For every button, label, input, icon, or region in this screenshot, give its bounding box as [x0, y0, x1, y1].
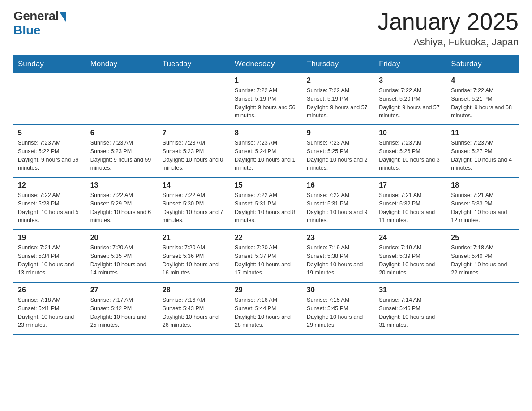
- calendar-day-cell: 20Sunrise: 7:20 AMSunset: 5:35 PMDayligh…: [86, 230, 158, 282]
- day-info: Sunrise: 7:23 AMSunset: 5:25 PMDaylight:…: [307, 139, 369, 172]
- page-header: General Blue January 2025 Ashiya, Fukuok…: [13, 9, 519, 48]
- calendar-empty-cell: [446, 282, 519, 334]
- day-number: 17: [379, 181, 442, 189]
- calendar-day-cell: 11Sunrise: 7:23 AMSunset: 5:27 PMDayligh…: [446, 125, 519, 177]
- calendar-day-cell: 31Sunrise: 7:14 AMSunset: 5:46 PMDayligh…: [374, 282, 446, 334]
- calendar-day-cell: 15Sunrise: 7:22 AMSunset: 5:31 PMDayligh…: [230, 177, 302, 230]
- day-number: 20: [90, 234, 153, 242]
- day-info: Sunrise: 7:23 AMSunset: 5:22 PMDaylight:…: [18, 139, 81, 172]
- logo-general-text: General: [13, 9, 59, 23]
- day-number: 29: [235, 286, 297, 294]
- calendar-day-cell: 25Sunrise: 7:18 AMSunset: 5:40 PMDayligh…: [446, 230, 519, 282]
- day-info: Sunrise: 7:15 AMSunset: 5:45 PMDaylight:…: [307, 296, 369, 330]
- day-info: Sunrise: 7:21 AMSunset: 5:32 PMDaylight:…: [379, 191, 442, 225]
- calendar-week-row: 26Sunrise: 7:18 AMSunset: 5:41 PMDayligh…: [13, 282, 519, 334]
- day-number: 27: [90, 286, 153, 294]
- calendar-day-cell: 26Sunrise: 7:18 AMSunset: 5:41 PMDayligh…: [13, 282, 86, 334]
- day-number: 7: [163, 129, 225, 137]
- logo-blue-text: Blue: [13, 23, 41, 38]
- day-number: 9: [307, 129, 369, 137]
- day-info: Sunrise: 7:23 AMSunset: 5:23 PMDaylight:…: [163, 139, 225, 172]
- day-number: 10: [379, 129, 442, 137]
- calendar-day-cell: 22Sunrise: 7:20 AMSunset: 5:37 PMDayligh…: [230, 230, 302, 282]
- weekday-header-friday: Friday: [374, 55, 446, 73]
- calendar-day-cell: 7Sunrise: 7:23 AMSunset: 5:23 PMDaylight…: [158, 125, 230, 177]
- day-info: Sunrise: 7:17 AMSunset: 5:42 PMDaylight:…: [90, 296, 153, 330]
- day-info: Sunrise: 7:22 AMSunset: 5:28 PMDaylight:…: [18, 191, 81, 225]
- calendar-day-cell: 12Sunrise: 7:22 AMSunset: 5:28 PMDayligh…: [13, 177, 86, 230]
- day-info: Sunrise: 7:23 AMSunset: 5:23 PMDaylight:…: [90, 139, 153, 172]
- day-number: 1: [235, 77, 297, 85]
- day-info: Sunrise: 7:22 AMSunset: 5:19 PMDaylight:…: [235, 86, 297, 120]
- day-number: 15: [235, 181, 297, 189]
- day-info: Sunrise: 7:21 AMSunset: 5:33 PMDaylight:…: [451, 191, 514, 225]
- day-number: 19: [18, 234, 81, 242]
- calendar-week-row: 19Sunrise: 7:21 AMSunset: 5:34 PMDayligh…: [13, 230, 519, 282]
- calendar-day-cell: 29Sunrise: 7:16 AMSunset: 5:44 PMDayligh…: [230, 282, 302, 334]
- calendar-day-cell: 16Sunrise: 7:22 AMSunset: 5:31 PMDayligh…: [302, 177, 374, 230]
- day-info: Sunrise: 7:23 AMSunset: 5:26 PMDaylight:…: [379, 139, 442, 172]
- day-number: 26: [18, 286, 81, 294]
- day-number: 5: [18, 129, 81, 137]
- day-info: Sunrise: 7:22 AMSunset: 5:29 PMDaylight:…: [90, 191, 153, 225]
- day-number: 23: [307, 234, 369, 242]
- calendar-day-cell: 2Sunrise: 7:22 AMSunset: 5:19 PMDaylight…: [302, 73, 374, 125]
- day-info: Sunrise: 7:16 AMSunset: 5:44 PMDaylight:…: [235, 296, 297, 330]
- calendar-day-cell: 1Sunrise: 7:22 AMSunset: 5:19 PMDaylight…: [230, 73, 302, 125]
- day-info: Sunrise: 7:14 AMSunset: 5:46 PMDaylight:…: [379, 296, 442, 330]
- day-info: Sunrise: 7:22 AMSunset: 5:21 PMDaylight:…: [451, 86, 514, 120]
- calendar-day-cell: 19Sunrise: 7:21 AMSunset: 5:34 PMDayligh…: [13, 230, 86, 282]
- day-number: 3: [379, 77, 442, 85]
- calendar-empty-cell: [86, 73, 158, 125]
- day-info: Sunrise: 7:19 AMSunset: 5:39 PMDaylight:…: [379, 244, 442, 277]
- calendar-day-cell: 13Sunrise: 7:22 AMSunset: 5:29 PMDayligh…: [86, 177, 158, 230]
- day-info: Sunrise: 7:20 AMSunset: 5:37 PMDaylight:…: [235, 244, 297, 277]
- calendar-day-cell: 27Sunrise: 7:17 AMSunset: 5:42 PMDayligh…: [86, 282, 158, 334]
- day-info: Sunrise: 7:18 AMSunset: 5:41 PMDaylight:…: [18, 296, 81, 330]
- calendar-table: SundayMondayTuesdayWednesdayThursdayFrid…: [13, 55, 519, 335]
- day-number: 24: [379, 234, 442, 242]
- calendar-week-row: 12Sunrise: 7:22 AMSunset: 5:28 PMDayligh…: [13, 177, 519, 230]
- calendar-day-cell: 3Sunrise: 7:22 AMSunset: 5:20 PMDaylight…: [374, 73, 446, 125]
- day-info: Sunrise: 7:16 AMSunset: 5:43 PMDaylight:…: [163, 296, 225, 330]
- logo: General Blue: [13, 9, 66, 38]
- day-number: 22: [235, 234, 297, 242]
- day-number: 6: [90, 129, 153, 137]
- calendar-location: Ashiya, Fukuoka, Japan: [378, 36, 519, 48]
- calendar-day-cell: 21Sunrise: 7:20 AMSunset: 5:36 PMDayligh…: [158, 230, 230, 282]
- calendar-day-cell: 10Sunrise: 7:23 AMSunset: 5:26 PMDayligh…: [374, 125, 446, 177]
- day-info: Sunrise: 7:22 AMSunset: 5:31 PMDaylight:…: [235, 191, 297, 225]
- weekday-header-wednesday: Wednesday: [230, 55, 302, 73]
- calendar-day-cell: 8Sunrise: 7:23 AMSunset: 5:24 PMDaylight…: [230, 125, 302, 177]
- calendar-day-cell: 24Sunrise: 7:19 AMSunset: 5:39 PMDayligh…: [374, 230, 446, 282]
- calendar-day-cell: 23Sunrise: 7:19 AMSunset: 5:38 PMDayligh…: [302, 230, 374, 282]
- day-number: 11: [451, 129, 514, 137]
- day-info: Sunrise: 7:22 AMSunset: 5:20 PMDaylight:…: [379, 86, 442, 120]
- day-number: 30: [307, 286, 369, 294]
- calendar-title: January 2025: [378, 9, 519, 34]
- day-info: Sunrise: 7:18 AMSunset: 5:40 PMDaylight:…: [451, 244, 514, 277]
- calendar-empty-cell: [13, 73, 86, 125]
- calendar-day-cell: 6Sunrise: 7:23 AMSunset: 5:23 PMDaylight…: [86, 125, 158, 177]
- day-number: 21: [163, 234, 225, 242]
- calendar-day-cell: 28Sunrise: 7:16 AMSunset: 5:43 PMDayligh…: [158, 282, 230, 334]
- day-number: 28: [163, 286, 225, 294]
- weekday-header-tuesday: Tuesday: [158, 55, 230, 73]
- calendar-week-row: 1Sunrise: 7:22 AMSunset: 5:19 PMDaylight…: [13, 73, 519, 125]
- day-number: 14: [163, 181, 225, 189]
- calendar-week-row: 5Sunrise: 7:23 AMSunset: 5:22 PMDaylight…: [13, 125, 519, 177]
- weekday-header-thursday: Thursday: [302, 55, 374, 73]
- weekday-header-saturday: Saturday: [446, 55, 519, 73]
- day-info: Sunrise: 7:20 AMSunset: 5:36 PMDaylight:…: [163, 244, 225, 277]
- title-block: January 2025 Ashiya, Fukuoka, Japan: [378, 9, 519, 48]
- day-number: 4: [451, 77, 514, 85]
- calendar-day-cell: 18Sunrise: 7:21 AMSunset: 5:33 PMDayligh…: [446, 177, 519, 230]
- calendar-day-cell: 4Sunrise: 7:22 AMSunset: 5:21 PMDaylight…: [446, 73, 519, 125]
- day-number: 8: [235, 129, 297, 137]
- logo-triangle-icon: [60, 12, 66, 22]
- calendar-day-cell: 5Sunrise: 7:23 AMSunset: 5:22 PMDaylight…: [13, 125, 86, 177]
- calendar-day-cell: 14Sunrise: 7:22 AMSunset: 5:30 PMDayligh…: [158, 177, 230, 230]
- day-number: 31: [379, 286, 442, 294]
- weekday-header-sunday: Sunday: [13, 55, 86, 73]
- day-info: Sunrise: 7:22 AMSunset: 5:19 PMDaylight:…: [307, 86, 369, 120]
